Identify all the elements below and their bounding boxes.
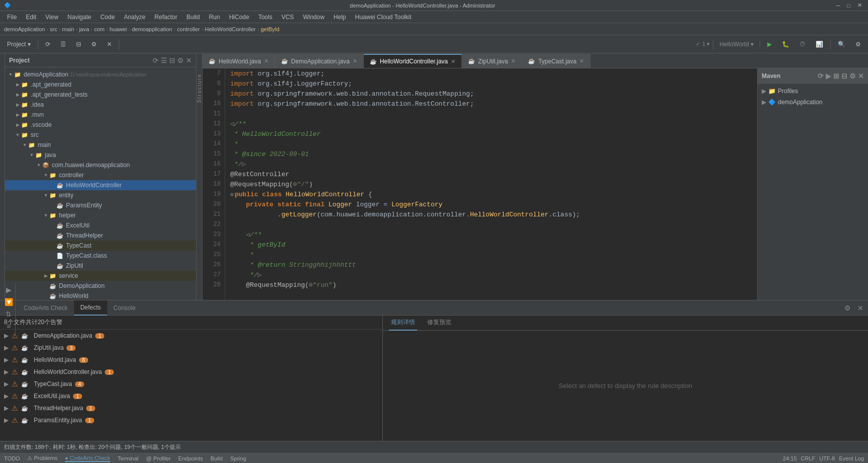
menu-file[interactable]: File <box>3 13 21 22</box>
bottom-tab-defects[interactable]: Defects <box>74 300 107 316</box>
breadcrumb-main[interactable]: main <box>62 26 74 32</box>
toolbar-settings-btn[interactable]: ⚙ <box>87 38 101 51</box>
menu-navigate[interactable]: Navigate <box>63 13 95 22</box>
tree-item-java-dir[interactable]: ▼ 📁 java <box>5 150 196 160</box>
status-event-log[interactable]: Event Log <box>839 455 864 461</box>
tree-item-ziputil[interactable]: ☕ ZipUtil <box>5 261 196 271</box>
tree-item-typecast[interactable]: ☕ TypeCast <box>5 241 196 251</box>
status-tab-build[interactable]: Build <box>211 455 223 461</box>
defect-group-hwc[interactable]: ▶ ⚠ ☕ HelloWorldController.java 1 <box>0 366 382 378</box>
tab-helloworld[interactable]: ☕ HelloWorld.java ✕ <box>203 54 275 68</box>
toolbar-settings2-btn[interactable]: ⚙ <box>851 38 865 51</box>
tree-item-demoapplication[interactable]: ☕ DemoApplication <box>5 281 196 291</box>
bottom-filter-btn[interactable]: 🔽 <box>3 296 14 307</box>
tree-item-apt[interactable]: ▶ 📁 .apt_generated <box>5 80 196 90</box>
toolbar-cov-btn[interactable]: 📊 <box>812 38 827 51</box>
menu-hicode[interactable]: HiCode <box>225 13 253 22</box>
rule-tab-fix[interactable]: 修复预览 <box>425 316 453 331</box>
breadcrumb-hwcontroller[interactable]: HelloWorldController <box>205 26 255 32</box>
maven-expand-btn[interactable]: ⊞ <box>833 72 839 80</box>
maven-demoapplication[interactable]: ▶ 🔷 demoApplication <box>758 97 868 108</box>
breadcrumb-controller[interactable]: controller <box>177 26 200 32</box>
toolbar-filter-btn[interactable]: ☰ <box>56 38 70 51</box>
breadcrumb-huawei[interactable]: huawei <box>109 26 127 32</box>
maven-settings-btn[interactable]: ⚙ <box>849 72 856 80</box>
toolbar-sync-btn[interactable]: ⟳ <box>41 38 54 51</box>
bottom-run-btn[interactable]: ▶ <box>3 284 14 295</box>
menu-edit[interactable]: Edit <box>22 13 40 22</box>
menu-view[interactable]: View <box>41 13 62 22</box>
minimize-btn[interactable]: ─ <box>834 3 842 9</box>
maven-profiles[interactable]: ▶ 📁 Profiles <box>758 86 868 97</box>
panel-collapse-btn[interactable]: ⊟ <box>169 56 175 64</box>
tab-close-tc[interactable]: ✕ <box>579 58 584 64</box>
breadcrumb-demo[interactable]: demoApplication <box>4 26 45 32</box>
toolbar-project-btn[interactable]: Project ▾ <box>3 38 35 51</box>
status-tab-todo[interactable]: TODO <box>4 455 20 461</box>
maven-run-btn[interactable]: ▶ <box>826 72 831 80</box>
status-tab-terminal[interactable]: Terminal <box>117 455 139 461</box>
status-tab-profiler[interactable]: @ Profiler <box>146 455 171 461</box>
tree-item-typecast-class[interactable]: 📄 TypeCast.class <box>5 251 196 261</box>
toolbar-run-btn[interactable]: ▶ <box>763 38 776 51</box>
menu-window[interactable]: Window <box>299 13 328 22</box>
tree-item-helloworld[interactable]: ☕ HelloWorld <box>5 291 196 300</box>
maven-collapse-btn[interactable]: ⊟ <box>841 72 847 80</box>
menu-code[interactable]: Code <box>96 13 119 22</box>
defect-group-th[interactable]: ▶ ⚠ ☕ ThreadHelper.java 1 <box>0 402 382 414</box>
rule-tab-details[interactable]: 规则详情 <box>389 316 417 331</box>
panel-gear-btn[interactable]: ⚙ <box>177 56 184 64</box>
bottom-close-panel-btn[interactable]: ✕ <box>855 302 866 314</box>
tab-ziputil[interactable]: ☕ ZipUtil.java ✕ <box>462 54 522 68</box>
status-tab-endpoints[interactable]: Endpoints <box>178 455 203 461</box>
breadcrumb-demoapplication[interactable]: demoapplication <box>132 26 172 32</box>
tree-item-helper[interactable]: ▼ 📁 helper <box>5 210 196 220</box>
tab-hwcontroller[interactable]: ☕ HelloWorldController.java ✕ <box>364 54 462 68</box>
maven-close-btn[interactable]: ✕ <box>858 72 864 80</box>
close-btn[interactable]: ✕ <box>855 2 864 9</box>
tree-item-hwcontroller[interactable]: ☕ HelloWorldController <box>5 180 196 190</box>
status-tab-spring[interactable]: Spring <box>230 455 246 461</box>
maximize-btn[interactable]: □ <box>845 3 852 9</box>
toolbar-close-panel-btn[interactable]: ✕ <box>103 38 116 51</box>
defect-group-eu[interactable]: ▶ ⚠ ☕ ExcelUtil.java 1 <box>0 390 382 402</box>
menu-run[interactable]: Run <box>205 13 224 22</box>
menu-build[interactable]: Build <box>182 13 204 22</box>
status-tab-problems[interactable]: ⚠ Problems <box>27 455 57 461</box>
maven-reload-btn[interactable]: ⟳ <box>818 72 824 80</box>
tab-demoapplication[interactable]: ☕ DemoApplication.java ✕ <box>275 54 364 68</box>
tree-item-apt-tests[interactable]: ▶ 📁 .apt_generated_tests <box>5 90 196 100</box>
bottom-settings-btn[interactable]: ⚙ <box>842 302 853 314</box>
defect-group-pe[interactable]: ▶ ⚠ ☕ ParamsEntity.java 1 <box>0 414 382 426</box>
tree-item-root[interactable]: ▼ 📁 demoApplication D:\workspace\demoApp… <box>5 69 196 80</box>
menu-vcs[interactable]: VCS <box>278 13 298 22</box>
tree-item-paramsentity[interactable]: ☕ ParamsEntity <box>5 200 196 210</box>
tree-item-excelutil[interactable]: ☕ ExcelUtil <box>5 220 196 230</box>
tree-item-service[interactable]: ▶ 📁 service <box>5 271 196 281</box>
panel-sync-btn[interactable]: ⟳ <box>153 56 159 64</box>
tree-item-threadhelper[interactable]: ☕ ThreadHelper <box>5 230 196 241</box>
tree-item-package[interactable]: ▼ 📦 com.huawei.demoapplication <box>5 160 196 170</box>
menu-help[interactable]: Help <box>329 13 350 22</box>
panel-close-btn[interactable]: ✕ <box>186 56 192 64</box>
defect-group-hw[interactable]: ▶ ⚠ ☕ HelloWorld.java 8 <box>0 354 382 366</box>
toolbar-profile-btn[interactable]: ⏱ <box>795 38 810 51</box>
toolbar-search-btn[interactable]: 🔍 <box>834 38 849 51</box>
tree-item-vscode[interactable]: ▶ 📁 .vscode <box>5 120 196 130</box>
tree-item-entity[interactable]: ▼ 📁 entity <box>5 190 196 200</box>
defect-group-tc[interactable]: ▶ ⚠ ☕ TypeCast.java 4 <box>0 378 382 390</box>
breadcrumb-java[interactable]: java <box>79 26 89 32</box>
menu-analyze[interactable]: Analyze <box>120 13 150 22</box>
tab-typecast[interactable]: ☕ TypeCast.java ✕ <box>522 54 590 68</box>
toolbar-collapse-btn[interactable]: ⊟ <box>72 38 85 51</box>
tree-item-mvn[interactable]: ▶ 📁 .mvn <box>5 110 196 120</box>
tree-item-idea[interactable]: ▶ 📁 .idea <box>5 100 196 110</box>
tab-close-zu[interactable]: ✕ <box>511 58 515 64</box>
tree-item-src[interactable]: ▼ 📁 src <box>5 130 196 140</box>
tab-close-hw[interactable]: ✕ <box>264 58 269 64</box>
menu-refactor[interactable]: Refactor <box>151 13 181 22</box>
bottom-tab-codearts[interactable]: CodeArts Check <box>18 300 74 316</box>
panel-filter-btn[interactable]: ☰ <box>161 56 167 64</box>
status-tab-codearts[interactable]: ● CodeArts Check <box>65 455 110 462</box>
tree-item-main[interactable]: ▼ 📁 main <box>5 140 196 150</box>
